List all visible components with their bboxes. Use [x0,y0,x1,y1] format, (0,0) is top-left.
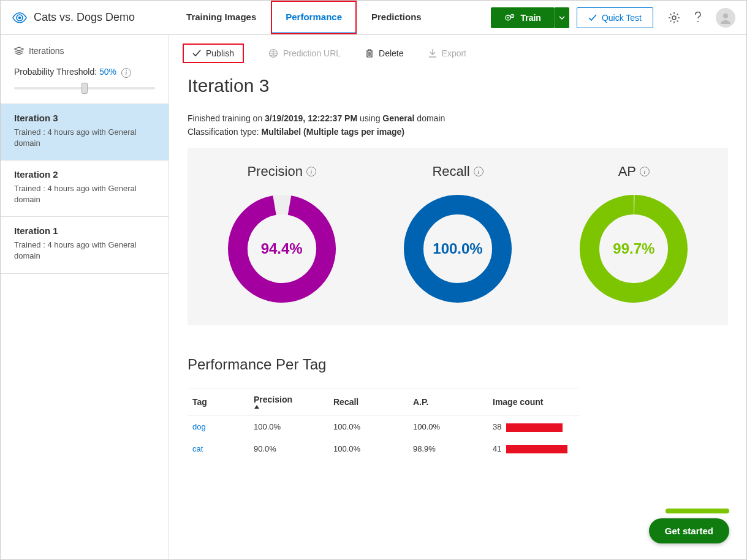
train-button-label: Train [520,13,540,23]
globe-icon [268,48,278,58]
sort-asc-icon [254,404,324,409]
col-ap[interactable]: A.P. [408,388,488,416]
tab-predictions[interactable]: Predictions [357,1,436,34]
metric-recall-label: Recall [432,164,469,180]
export-label: Export [442,48,466,58]
threshold-slider[interactable] [14,84,155,93]
donut-ap: 99.7% [575,191,692,307]
delete-button[interactable]: Delete [365,48,403,58]
sidebar: Iterations Probability Threshold: 50% i … [1,35,169,559]
logo-icon [12,12,28,23]
cell-ap: 100.0% [408,416,488,438]
quick-test-label: Quick Test [602,13,642,23]
donut-precision: 94.4% [224,191,340,307]
user-avatar[interactable] [716,8,735,28]
col-tag[interactable]: Tag [188,388,249,416]
cell-precision: 90.0% [249,438,328,460]
train-button[interactable]: Train [491,7,554,28]
iteration-heading: Iteration 3 [188,75,728,96]
table-row: cat 90.0% 100.0% 98.9% 41 [188,438,580,460]
cell-precision: 100.0% [249,416,328,438]
info-icon[interactable]: i [306,167,316,176]
iteration-title: Iteration 2 [14,169,155,180]
quick-test-button[interactable]: Quick Test [577,7,653,28]
get-started-group: Get started [649,509,729,543]
iteration-title: Iteration 3 [14,113,155,123]
tab-performance[interactable]: Performance [271,1,357,34]
tab-training-images[interactable]: Training Images [172,1,271,34]
delete-label: Delete [379,48,403,58]
settings-icon[interactable] [668,12,680,24]
info-icon[interactable]: i [121,68,131,78]
cell-ap: 98.9% [408,438,488,460]
metric-precision-label: Precision [247,164,302,180]
project-title: Cats vs. Dogs Demo [34,11,135,24]
info-icon[interactable]: i [640,167,650,176]
stack-icon [14,47,24,55]
donut-recall: 100.0% [400,191,516,307]
svg-point-6 [697,20,699,21]
cell-recall: 100.0% [328,416,408,438]
svg-point-2 [507,17,509,18]
download-icon [428,48,437,58]
get-started-indicator [665,509,729,513]
prediction-url-button: Prediction URL [268,48,341,58]
help-icon[interactable] [694,12,702,24]
train-button-group: Train [491,7,569,28]
threshold-value: 50% [99,67,116,77]
iteration-item-3[interactable]: Iteration 3 Trained : 4 hours ago with G… [1,104,169,161]
metrics-panel: Precisioni 94.4% Recalli [188,148,728,325]
check-icon [588,14,597,21]
performance-per-tag-heading: Performance Per Tag [188,356,728,373]
export-button: Export [428,48,466,58]
main-content: Publish Prediction URL Delete [169,35,746,559]
training-finished-line: Finished training on 3/19/2019, 12:22:37… [188,113,728,123]
gears-icon [504,13,515,22]
metric-recall: Recalli 100.0% [400,164,516,307]
cell-recall: 100.0% [328,438,408,460]
train-dropdown-caret[interactable] [555,7,569,28]
donut-precision-value: 94.4% [224,191,340,307]
svg-point-4 [512,15,514,17]
sidebar-iterations-header: Iterations [1,35,169,61]
svg-point-5 [672,16,676,20]
metric-ap: APi 99.7% [575,164,692,307]
col-image-count[interactable]: Image count [488,388,580,416]
count-bar [506,423,563,432]
iterations-label: Iterations [29,46,64,56]
tag-link-cat[interactable]: cat [192,444,203,453]
col-recall[interactable]: Recall [328,388,408,416]
iteration-subtitle: Trained : 4 hours ago with General domai… [14,183,155,205]
iteration-subtitle: Trained : 4 hours ago with General domai… [14,240,155,262]
col-precision[interactable]: Precision [249,388,328,416]
cell-count: 38 [488,416,580,438]
metric-precision: Precisioni 94.4% [224,164,340,307]
iteration-action-bar: Publish Prediction URL Delete [169,35,746,70]
nav-tabs: Training Images Performance Predictions [172,1,436,34]
metric-ap-label: AP [618,164,636,180]
classification-type-line: Classification type: Multilabel (Multipl… [188,127,728,137]
cell-count: 41 [488,438,580,460]
threshold-label: Probability Threshold: [14,67,97,77]
publish-label: Publish [206,48,234,58]
svg-point-7 [723,13,728,18]
info-icon[interactable]: i [474,167,483,176]
performance-table: Tag Precision Recall A.P. Image count [188,388,580,460]
app-header: Cats vs. Dogs Demo Training Images Perfo… [1,1,746,35]
iteration-subtitle: Trained : 4 hours ago with General domai… [14,127,155,149]
table-row: dog 100.0% 100.0% 100.0% 38 [188,416,580,438]
iteration-title: Iteration 1 [14,225,155,236]
tag-link-dog[interactable]: dog [192,422,206,431]
publish-button[interactable]: Publish [183,44,244,63]
svg-point-0 [18,16,21,18]
iteration-item-2[interactable]: Iteration 2 Trained : 4 hours ago with G… [1,161,169,217]
prediction-url-label: Prediction URL [283,48,341,58]
get-started-button[interactable]: Get started [649,518,729,543]
count-bar [506,445,567,453]
donut-recall-value: 100.0% [400,191,516,307]
iteration-item-1[interactable]: Iteration 1 Trained : 4 hours ago with G… [1,217,169,273]
iterations-list: Iteration 3 Trained : 4 hours ago with G… [1,104,169,560]
slider-thumb[interactable] [82,83,88,94]
threshold-section: Probability Threshold: 50% i [1,61,169,104]
donut-ap-value: 99.7% [575,191,692,307]
